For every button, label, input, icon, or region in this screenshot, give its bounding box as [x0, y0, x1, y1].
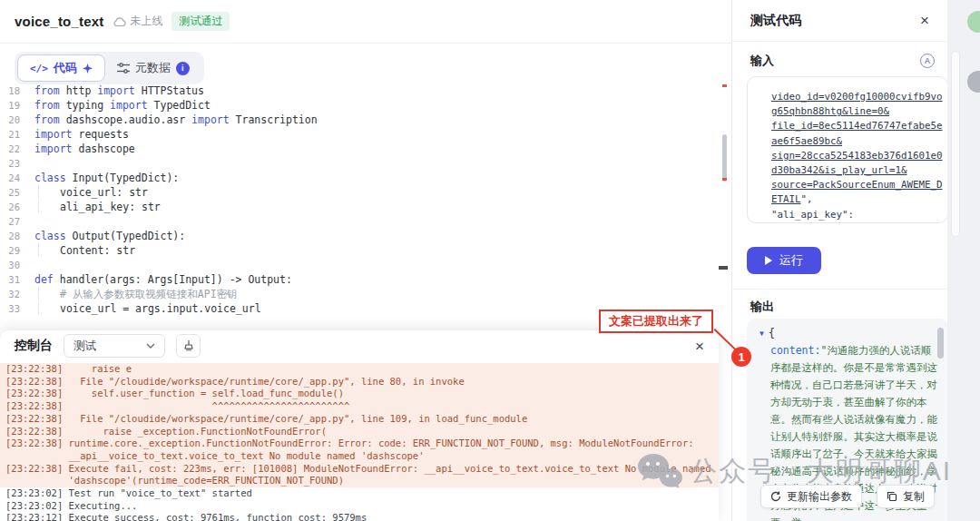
code-editor[interactable]: 18from http import HTTPStatus19from typi…: [0, 84, 719, 330]
log-row: [23:22:38] ^^^^^^^^^^^^^^^^^^^^^^^^: [0, 400, 719, 413]
copy-icon: [887, 491, 897, 502]
log-row: [23:22:38] raise e: [0, 363, 719, 376]
floating-button-gray[interactable]: [967, 71, 980, 93]
input-section-header: 输入 A: [750, 53, 935, 69]
line-number: 33: [0, 301, 34, 316]
log-row: [23:22:38] runtime.core._exception.Funct…: [0, 437, 719, 450]
input-line: ae6f5ae89bc&: [771, 134, 940, 149]
log-row: __api__voice_to_text.voice_to_text No mo…: [0, 450, 719, 463]
text-segment: Transcription: [230, 113, 318, 126]
test-input-editor[interactable]: video_id=v0200fg10000cvifb9vog65qhbn88ht…: [747, 76, 948, 223]
annotation-step-badge: 1: [731, 347, 751, 367]
text-segment: import: [191, 113, 230, 126]
log-row: [23:22:38] self.user_function = self.loa…: [0, 388, 719, 400]
console-close-icon[interactable]: ×: [695, 339, 704, 354]
text-segment: [38, 287, 60, 300]
sliders-icon: [117, 63, 130, 74]
code-line: 21import requests: [0, 127, 719, 142]
output-key: content:: [770, 344, 820, 357]
error-marker: [722, 178, 727, 181]
input-line: "ali_api_key":: [771, 208, 940, 222]
line-number: 29: [0, 243, 34, 258]
line-number: 19: [0, 98, 34, 113]
line-number: 27: [0, 214, 34, 229]
input-line: ETAIL",: [771, 192, 940, 207]
code-text: import dashscope: [34, 142, 135, 156]
app-header: voice_to_text 未上线 测试通过: [0, 0, 731, 44]
line-number: 30: [0, 258, 34, 272]
status-badge: 测试通过: [172, 12, 230, 31]
code-text: class Input(TypedDict):: [34, 171, 179, 185]
input-line: source=PackSourceEnum_AWEME_D: [771, 178, 940, 192]
code-line: 22import dashscope: [0, 142, 719, 156]
chevron-down-icon: [146, 343, 155, 349]
console-panel: 控制台 测试 × [23:22:38] raise e[23:22:38] Fi…: [0, 330, 719, 521]
tab-bar: </> 代码 元数据 i: [15, 52, 204, 84]
panel-scrollbar-thumb[interactable]: [951, 51, 960, 237]
code-text: def handler(args: Args[Input]) -> Output…: [34, 272, 292, 287]
text-segment: ae6f5ae89bc&: [771, 135, 842, 147]
auto-generate-icon[interactable]: A: [920, 54, 935, 68]
editor-scrollbar-thumb[interactable]: [722, 134, 727, 182]
code-text: ali_api_key: str: [34, 200, 161, 214]
code-text: class Output(TypedDict):: [34, 229, 185, 243]
code-text: from http import HTTPStatus: [34, 84, 204, 98]
refresh-icon: [770, 491, 781, 502]
code-lines: 18from http import HTTPStatus19from typi…: [0, 84, 719, 316]
text-segment: from: [34, 84, 60, 97]
text-segment: video_id=v0200fg10000cvifb9vo: [771, 91, 943, 103]
console-header: 控制台 测试 ×: [0, 330, 719, 361]
code-icon: </>: [30, 63, 48, 74]
error-marker: [722, 84, 727, 87]
tab-code[interactable]: </> 代码: [17, 54, 105, 82]
code-text: voice_url = args.input.voice_url: [34, 301, 261, 316]
page-title: voice_to_text: [15, 14, 103, 29]
output-actions: 更新输出参数 复制: [747, 485, 948, 508]
scroll-marker: [719, 266, 728, 270]
test-panel-close-icon[interactable]: ×: [920, 13, 929, 28]
line-number: 23: [0, 156, 34, 171]
code-text: from typing import TypedDict: [34, 98, 211, 113]
text-segment: source=PackSourceEnum_AWEME_D: [771, 179, 943, 191]
copy-button-label: 复制: [903, 489, 925, 505]
text-segment: from: [34, 99, 60, 112]
update-output-params-button[interactable]: 更新输出参数: [760, 485, 862, 508]
text-segment: file_id=8ec5114ed76747efabe5e: [771, 120, 943, 132]
line-number: 21: [0, 127, 34, 142]
tab-metadata[interactable]: 元数据 i: [105, 54, 201, 82]
tab-metadata-label: 元数据: [135, 60, 171, 76]
text-segment: [38, 243, 60, 257]
code-line: 31def handler(args: Args[Input]) -> Outp…: [0, 272, 719, 287]
console-env-select[interactable]: 测试: [64, 334, 165, 358]
text-segment: Content: str: [60, 244, 135, 257]
text-segment: ali_api_key: str: [60, 201, 161, 213]
code-line: 27: [0, 214, 719, 229]
line-number: 32: [0, 287, 34, 301]
floating-button-green[interactable]: [967, 11, 980, 33]
text-segment: sign=28cca5254183eb376d1601e0: [771, 150, 943, 162]
clipped-text-top: [771, 83, 940, 89]
input-line: d30ba342&is_play_url=1&: [771, 163, 940, 178]
console-title: 控制台: [15, 338, 53, 354]
text-segment: ",: [801, 193, 813, 205]
clear-console-button[interactable]: [176, 334, 201, 358]
code-line: 20from dashscope.audio.asr import Transc…: [0, 113, 719, 127]
console-log[interactable]: [23:22:38] raise e[23:22:38] File "/clou…: [0, 363, 719, 521]
code-line: 32# 从输入参数获取视频链接和API密钥: [0, 287, 719, 301]
output-scrollbar-thumb[interactable]: [937, 328, 944, 359]
text-segment: class: [34, 172, 66, 184]
run-button[interactable]: 运行: [747, 247, 821, 274]
text-segment: dashscope: [73, 143, 135, 155]
text-segment: HTTPStatus: [135, 84, 204, 97]
update-output-params-label: 更新输出参数: [787, 489, 852, 505]
text-segment: import: [34, 143, 73, 155]
divider: [732, 289, 947, 290]
text-segment: voice_url = args.input.voice_url: [60, 302, 261, 315]
input-line: video_id=v0200fg10000cvifb9vo: [771, 90, 940, 104]
copy-button[interactable]: 复制: [877, 485, 935, 508]
editor-scrollbar[interactable]: [722, 84, 727, 329]
collapse-arrow-icon[interactable]: ▼: [760, 329, 764, 338]
right-edge-strip: [947, 0, 980, 521]
broom-icon: [182, 339, 195, 352]
line-number: 26: [0, 200, 34, 214]
